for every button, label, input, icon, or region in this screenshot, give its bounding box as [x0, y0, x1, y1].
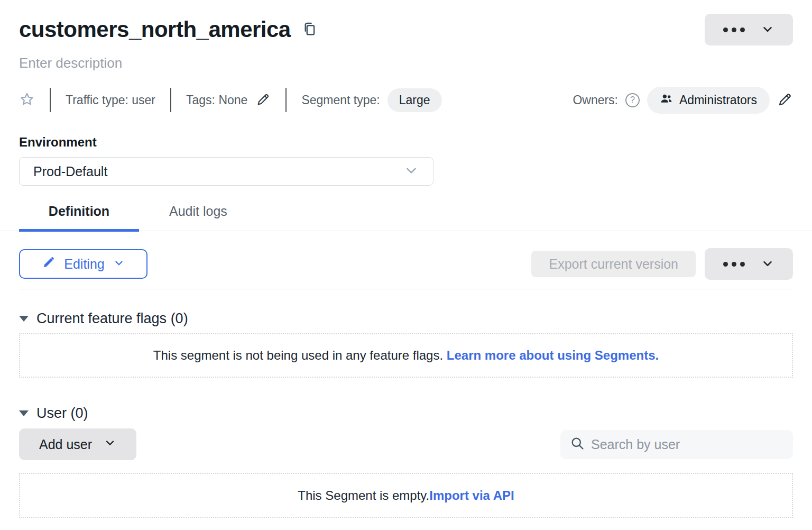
definition-toolbar: Editing Export current version [19, 248, 793, 280]
chevron-down-icon [113, 257, 125, 272]
spacer [443, 348, 447, 363]
pencil-icon [777, 92, 793, 109]
chevron-down-icon [761, 22, 774, 38]
user-controls-row: Add user [19, 428, 793, 460]
owners-label: Owners: [573, 93, 618, 107]
export-current-version-button[interactable]: Export current version [531, 251, 696, 277]
search-icon [570, 436, 585, 453]
people-icon [660, 92, 673, 108]
chevron-down-icon [403, 162, 419, 180]
chevron-down-icon [761, 257, 774, 272]
segment-type-label: Segment type: [301, 93, 380, 107]
segment-empty-state: This Segment is empty. Import via API [19, 473, 793, 518]
copy-icon [301, 20, 317, 40]
star-icon [19, 92, 35, 109]
caret-down-icon [19, 410, 29, 416]
favorite-star-button[interactable] [19, 92, 35, 109]
feature-flags-empty-text: This segment is not being used in any fe… [153, 348, 443, 363]
copy-name-button[interactable] [301, 20, 317, 40]
owners-value: Administrators [679, 93, 757, 107]
definition-more-actions-button[interactable] [705, 248, 793, 280]
tab-label: Audit logs [169, 204, 227, 218]
pencil-icon [256, 92, 271, 108]
ellipsis-icon [723, 28, 745, 32]
feature-flags-section-title: Current feature flags (0) [36, 310, 188, 327]
add-user-label: Add user [39, 437, 92, 452]
caret-down-icon [19, 316, 29, 322]
user-search-input[interactable] [591, 437, 783, 452]
import-via-api-link[interactable]: Import via API [429, 488, 514, 503]
ellipsis-icon [723, 262, 745, 267]
owners-group: Owners: ? Administrators [573, 87, 793, 114]
meta-row: Traffic type: user Tags: None Segment ty… [19, 87, 793, 113]
header-more-actions-button[interactable] [705, 14, 793, 45]
active-tab-indicator [19, 229, 139, 232]
title-row: customers_north_america [19, 14, 793, 45]
divider [285, 88, 287, 112]
divider [170, 88, 171, 112]
environment-select[interactable]: Prod-Default [19, 157, 433, 186]
help-icon[interactable]: ? [625, 93, 640, 107]
edit-owners-button[interactable] [777, 92, 793, 109]
segment-empty-text: This Segment is empty. [298, 488, 429, 503]
tags-label: Tags: None [186, 93, 247, 107]
description-field[interactable]: Enter description [19, 55, 793, 71]
environment-selected-value: Prod-Default [33, 164, 107, 179]
feature-flags-empty-state: This segment is not being used in any fe… [19, 333, 793, 378]
learn-more-link[interactable]: Learn more about using Segments. [447, 348, 659, 363]
pencil-icon [42, 255, 56, 272]
user-section-title: User (0) [36, 405, 88, 422]
editing-mode-button[interactable]: Editing [19, 249, 147, 279]
owners-chip[interactable]: Administrators [647, 87, 770, 114]
edit-tags-button[interactable] [256, 92, 271, 108]
environment-label: Environment [19, 135, 793, 150]
page-title: customers_north_america [19, 17, 291, 42]
segment-type-badge: Large [387, 88, 442, 112]
feature-flags-section-header[interactable]: Current feature flags (0) [19, 310, 793, 327]
traffic-type-label: Traffic type: user [66, 93, 155, 107]
tab-definition[interactable]: Definition [19, 204, 139, 231]
chevron-down-icon [104, 436, 116, 452]
user-section-header[interactable]: User (0) [19, 405, 793, 422]
segment-detail-page: customers_north_america Enter descriptio… [0, 14, 812, 530]
add-user-button[interactable]: Add user [19, 428, 136, 460]
user-search-box [560, 430, 793, 459]
editing-label: Editing [64, 257, 104, 272]
toolbar-divider [19, 289, 793, 289]
tab-bar: Definition Audit logs [0, 204, 812, 231]
divider [50, 88, 51, 112]
tab-label: Definition [49, 204, 109, 218]
tab-audit-logs[interactable]: Audit logs [169, 204, 227, 231]
